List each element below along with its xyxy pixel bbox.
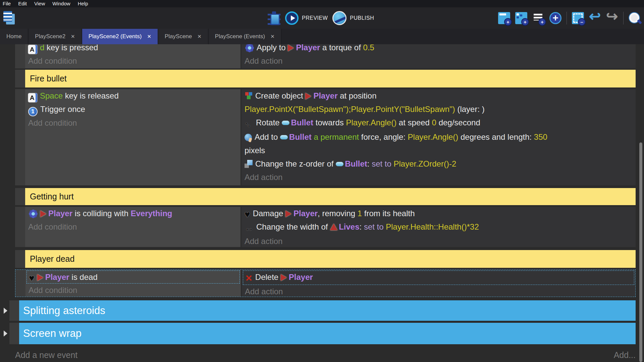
tab-close-icon[interactable]: ✕: [147, 34, 151, 40]
tab-playscene2[interactable]: PlayScene2✕: [29, 29, 82, 44]
player-icon: [281, 274, 287, 281]
tab-playscene-events-[interactable]: PlayScene (Events)✕: [209, 29, 282, 44]
object-name: Player: [48, 209, 72, 218]
add-condition-placeholder[interactable]: Add condition: [25, 220, 240, 234]
conditions-list: Player is deadAdd condition: [25, 270, 241, 297]
menu-item-edit[interactable]: Edit: [14, 0, 31, 7]
add-button[interactable]: Add...: [614, 350, 636, 360]
instruction-text: 0.5: [363, 44, 374, 52]
instruction-line[interactable]: Rotate Bullet towards Player.Angle() at …: [241, 116, 636, 130]
object-name: Bullet: [291, 118, 313, 127]
object-name: Bullet: [345, 159, 367, 168]
add-action-placeholder[interactable]: Add action: [241, 54, 636, 68]
event-margin-handle: [15, 270, 25, 297]
instruction-text: key is released: [63, 91, 119, 100]
tab-close-icon[interactable]: ✕: [71, 34, 75, 40]
publish-button[interactable]: PUBLISH: [332, 11, 374, 25]
instruction-line[interactable]: Player is dead: [26, 270, 240, 284]
debugger-icon[interactable]: [268, 11, 280, 25]
player-icon: [305, 93, 311, 100]
menu-item-window[interactable]: Window: [49, 0, 74, 7]
publish-label: PUBLISH: [350, 15, 374, 21]
instruction-text: Create object: [255, 91, 305, 100]
gdevelop-logo-icon: [3, 11, 15, 25]
publish-globe-icon: [332, 11, 346, 25]
actions-list: Create object Player at positionPlayer.P…: [241, 89, 636, 184]
add-action-placeholder[interactable]: Add action: [242, 285, 635, 297]
instruction-text: Change the z-order of: [255, 159, 336, 168]
instruction-line[interactable]: Delete Player: [243, 270, 634, 285]
tab-playscene[interactable]: PlayScene✕: [158, 29, 209, 44]
add-event-icon[interactable]: +: [498, 12, 510, 24]
search-icon[interactable]: [629, 12, 641, 24]
conditions-column: Player is deadAdd condition: [25, 270, 241, 297]
instruction-text: key is pressed: [44, 44, 98, 52]
instruction-text: Player.Angle(): [408, 132, 459, 141]
group-collapse-arrow-icon[interactable]: [4, 308, 7, 314]
instruction-line[interactable]: d key is pressed: [25, 44, 240, 54]
bullet-icon: [336, 162, 343, 166]
tab-home[interactable]: Home: [0, 29, 29, 44]
instruction-line[interactable]: Trigger once: [25, 103, 240, 116]
conditions-list: Space key is releasedTrigger onceAdd con…: [25, 89, 240, 130]
undo-icon[interactable]: [589, 12, 601, 24]
instruction-text: , removing: [318, 209, 358, 218]
add-action-placeholder[interactable]: Add action: [241, 171, 636, 184]
player-icon: [37, 274, 43, 281]
add-new-event-placeholder[interactable]: Add a new event: [15, 350, 77, 360]
tab-label: PlayScene (Events): [215, 33, 265, 40]
tab-playscene2-events-[interactable]: PlayScene2 (Events)✕: [82, 29, 158, 44]
add-circle-icon[interactable]: [549, 12, 561, 24]
comment-bar[interactable]: Player dead: [25, 250, 636, 268]
preview-label: PREVIEW: [302, 15, 328, 21]
plus-badge-icon: +: [521, 18, 529, 26]
events-footer: Add a new event Add...: [0, 350, 644, 360]
add-comment-icon[interactable]: +: [532, 12, 544, 24]
instruction-text: :: [360, 222, 364, 231]
redo-icon[interactable]: [606, 12, 618, 24]
menu-item-file[interactable]: File: [3, 0, 14, 7]
player-icon: [285, 210, 291, 217]
group-header[interactable]: Splitting asteroids: [19, 300, 636, 321]
create-icon: [245, 92, 253, 100]
add-condition-placeholder[interactable]: Add condition: [25, 116, 240, 130]
actions-list: Apply to Player a torque of 0.5Add actio…: [241, 44, 636, 68]
tab-close-icon[interactable]: ✕: [270, 34, 275, 40]
comment-bar[interactable]: Getting hurt: [25, 188, 636, 205]
group-collapse-arrow-icon[interactable]: [4, 330, 7, 337]
actions-list: Delete PlayerAdd action: [242, 270, 635, 297]
add-action-placeholder[interactable]: Add action: [241, 235, 636, 247]
add-condition-placeholder[interactable]: Add condition: [25, 284, 241, 297]
menu-item-help[interactable]: Help: [74, 0, 92, 7]
object-name: Everything: [130, 209, 172, 218]
comment-bar[interactable]: Fire bullet: [25, 70, 636, 87]
instruction-text: 350: [534, 132, 547, 141]
trigger-icon: [28, 107, 38, 116]
menu-item-view[interactable]: View: [31, 0, 49, 7]
instruction-line[interactable]: Add to Bullet a permanent force, angle: …: [241, 130, 636, 157]
add-condition-placeholder[interactable]: Add condition: [25, 54, 240, 68]
add-subevent-icon[interactable]: +: [515, 12, 527, 24]
instruction-text: towards: [313, 118, 346, 127]
instruction-line[interactable]: Change the z-order of Bullet: set to Pla…: [241, 157, 636, 171]
instruction-line[interactable]: Player is colliding with Everything: [25, 207, 240, 220]
instruction-text: Add to: [255, 132, 280, 141]
event-margin-handle: [15, 207, 25, 247]
instruction-text: Delete: [255, 273, 281, 282]
instruction-text: Damage: [253, 209, 285, 218]
event-margin-handle: [15, 44, 25, 68]
delete-selection-icon[interactable]: –: [572, 12, 584, 24]
conditions-column: Space key is releasedTrigger onceAdd con…: [25, 89, 240, 185]
instruction-line[interactable]: Space key is released: [25, 89, 240, 103]
instruction-line[interactable]: Change the width of Lives: set to Player…: [241, 220, 636, 235]
instruction-line[interactable]: Create object Player at positionPlayer.P…: [241, 89, 636, 116]
instruction-text: Trigger once: [40, 105, 85, 114]
instruction-text: is dead: [69, 273, 98, 282]
instruction-line[interactable]: Damage Player, removing 1 from its healt…: [241, 207, 636, 220]
preview-button[interactable]: PREVIEW: [285, 11, 328, 25]
tab-close-icon[interactable]: ✕: [197, 34, 202, 40]
instruction-line[interactable]: Apply to Player a torque of 0.5: [241, 44, 636, 54]
object-name: Lives: [339, 222, 359, 231]
group-header[interactable]: Screen wrap: [19, 323, 636, 344]
vertical-scrollbar[interactable]: [639, 142, 642, 362]
